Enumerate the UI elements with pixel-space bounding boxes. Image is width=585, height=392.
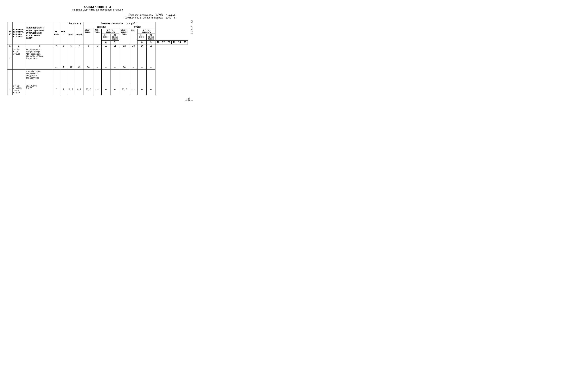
- composed-label: Составлена в ценах и нормах: [124, 16, 163, 19]
- cell-c12: [119, 70, 129, 84]
- col-header-c15: поэксплмашин: [146, 34, 155, 41]
- col-header-unit: Ед.изм.: [53, 22, 60, 44]
- col-label-11: II: [110, 44, 119, 48]
- col-header-c14a: ос-новн.: [138, 34, 146, 41]
- col-header-c12: обору-дован, тажа: [119, 29, 129, 44]
- cell-pricebook: [12, 70, 25, 84]
- cell-num: [8, 70, 12, 84]
- cell-c9: [93, 70, 102, 84]
- cell-c11: —: [110, 84, 119, 95]
- col-header-c10a: ос-новн.: [102, 34, 110, 41]
- cell-c12: 84: [119, 48, 129, 70]
- cell-w-total: 42: [75, 48, 83, 70]
- cell-c8: [83, 70, 93, 84]
- cell-pricebook: I7-02стр.11515-04стр.50: [12, 84, 25, 95]
- cost-label: Сметная стоимость: [129, 14, 153, 16]
- col-label-8: 8: [83, 44, 93, 48]
- col-num-11: II: [161, 41, 166, 44]
- col-header-total-cost: общая: [119, 26, 156, 29]
- col-header-unit-cost: единицы: [83, 26, 119, 29]
- header-row-1: №пп Наименов.преискур.ценникаи № поз. На…: [8, 22, 188, 26]
- col-label-6: 6: [67, 44, 75, 48]
- cell-c15: —: [146, 84, 155, 95]
- col-header-qty: Кол.--: [60, 22, 67, 44]
- col-label-15: I5: [146, 44, 155, 48]
- cell-c8: 84: [83, 48, 93, 70]
- col-header-weight-unit: един.: [67, 26, 75, 44]
- cost-info: Сметная стоимость 0,216 тыс.руб.: [7, 14, 177, 16]
- col-header-num: №пп: [8, 22, 12, 44]
- table-row: В шкафу уста-навливаетсяследующаяаппарат…: [8, 70, 188, 84]
- col-header-c11: поэксплмашин: [110, 34, 119, 41]
- col-label-13: I3: [129, 44, 138, 48]
- cell-qty: I: [60, 48, 67, 70]
- col-num-7: 7: [110, 41, 119, 44]
- col-header-weight-group: Вес(в кг): [67, 22, 83, 26]
- cell-name: В шкафу уста-навливаетсяследующаяаппарат…: [25, 70, 53, 84]
- cell-c11: —: [110, 48, 119, 70]
- cell-unit: шт.: [53, 48, 60, 70]
- cell-pricebook: 15-04ч,IIстр.39: [12, 48, 25, 70]
- col-label-4: 4: [53, 44, 60, 48]
- table-row: I 15-04ч,IIстр.39 Металлоконст-рукции шк…: [8, 48, 188, 70]
- cell-c15: [146, 70, 155, 84]
- cell-c13: [129, 70, 138, 84]
- cell-num: I: [8, 48, 12, 70]
- main-table: №пп Наименов.преискур.ценникаи № поз. На…: [7, 22, 188, 95]
- cost-unit: тыс.руб.: [166, 14, 177, 16]
- header-row-col-labels: 1 2 3 4 5 6 7 8 9 IO II I2 I3 I4 I5: [8, 44, 188, 48]
- col-header-c13: мон-: [129, 29, 138, 44]
- cell-unit: [53, 70, 60, 84]
- title-line1: КАЛЬКУЛЯЦИЯ № 2: [7, 6, 188, 8]
- cell-w-unit: 42: [67, 48, 75, 70]
- table-row: 2 I7-02стр.11515-04стр.50 Вольтметр3-377…: [8, 84, 188, 95]
- cell-c8: I3,7: [83, 84, 93, 95]
- cell-c11: [110, 70, 119, 84]
- cell-c10: —: [102, 84, 110, 95]
- col-label-10: IO: [102, 44, 110, 48]
- composed-year: 1969: [166, 16, 171, 19]
- col-num-9: 9: [146, 41, 155, 44]
- side-number-top: 003-4-42: [190, 20, 193, 34]
- col-num-10: IO: [156, 41, 161, 44]
- col-header-pricebook: Наименов.преискур.ценникаи № поз.: [12, 22, 25, 44]
- col-label-5: 5: [60, 44, 67, 48]
- cell-c9: 1,4: [93, 84, 102, 95]
- cell-qty: [60, 70, 67, 84]
- col-label-2: 2: [12, 44, 25, 48]
- col-label-1: 1: [8, 44, 12, 48]
- col-header-name: Наименование ихарактеристикаоборудований…: [25, 22, 53, 44]
- cell-c10: [102, 70, 110, 84]
- side-number-bottom: 1-09-1: [185, 96, 193, 102]
- composed-suffix: г.: [174, 16, 177, 19]
- composed-info: Составлена в ценах и нормах 1969 г.: [7, 16, 177, 19]
- cell-c14: [138, 70, 146, 84]
- cell-c13: —: [129, 48, 138, 70]
- col-label-9: 9: [93, 44, 102, 48]
- cell-name: Металлоконст-рукции шкафаАВР размером100…: [25, 48, 53, 70]
- cell-c13: 1,4: [129, 84, 138, 95]
- col-num-14: I4: [177, 41, 182, 44]
- col-header-cost-group: Сметная стоимость (в руб.): [83, 22, 156, 26]
- col-label-7: 7: [75, 44, 83, 48]
- meta-info: Сметная стоимость 0,216 тыс.руб. Составл…: [7, 14, 177, 19]
- col-label-12: I2: [119, 44, 129, 48]
- col-header-c10-group: в т.ч.зарплата: [102, 29, 119, 34]
- cell-c12: I3,7: [119, 84, 129, 95]
- title-line2: на шкаф АВР питаная насосной станции: [7, 8, 188, 11]
- col-num-6: 6: [102, 41, 110, 44]
- col-num-15: I5: [182, 41, 188, 44]
- cell-unit: ": [53, 84, 60, 95]
- col-header-c14-group: в т.ч.зарплат■: [138, 29, 156, 34]
- cell-w-total: [75, 70, 83, 84]
- col-header-weight-total: общий: [75, 26, 83, 44]
- cell-c14: —: [138, 48, 146, 70]
- col-num-8: 8: [138, 41, 146, 44]
- cell-c15: —: [146, 48, 155, 70]
- page-title: КАЛЬКУЛЯЦИЯ № 2 на шкаф АВР питаная насо…: [7, 6, 188, 11]
- cell-num: 2: [8, 84, 12, 95]
- cell-name: Вольтметр3-377: [25, 84, 53, 95]
- cost-value: 0,216: [156, 14, 163, 16]
- cell-w-total: 0,7: [75, 84, 83, 95]
- col-num-13: I3: [172, 41, 177, 44]
